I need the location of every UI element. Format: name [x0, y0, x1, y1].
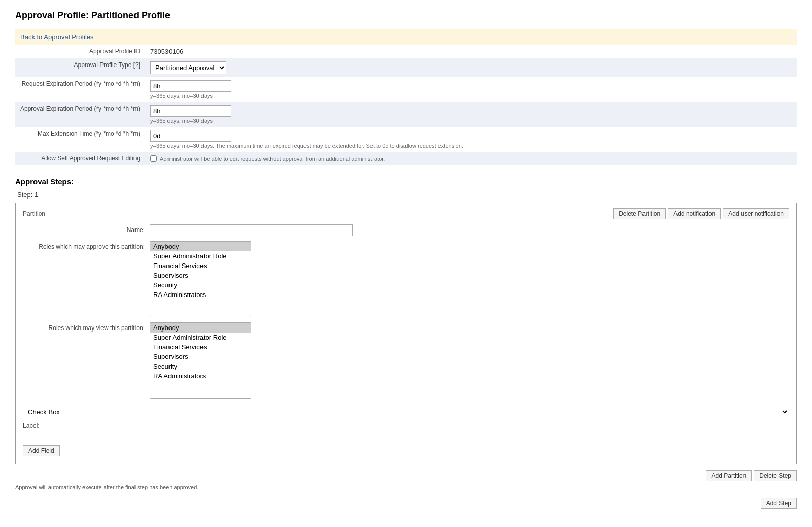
view-roles-label: Roles which may view this partition: [23, 322, 145, 332]
view-roles-listbox[interactable]: AnybodySuper Administrator RoleFinancial… [150, 322, 251, 399]
delete-step-button[interactable]: Delete Step [754, 470, 797, 481]
partition-header: Partition Delete Partition Add notificat… [23, 208, 789, 219]
max-ext-input[interactable] [150, 130, 231, 142]
self-approved-checkbox[interactable] [150, 155, 157, 162]
partition-title: Partition [23, 210, 45, 217]
max-ext-label: Max Extension Time (*y *mo *d *h *m) [15, 127, 145, 152]
profile-type-select[interactable]: Partitioned Approval [150, 61, 226, 74]
checkbox-field-section: Check Box Label: Add Field [23, 406, 789, 456]
approval-exp-hint: y=365 days, mo=30 days [150, 118, 792, 124]
profile-type-label: Approval Profile Type [?] [15, 58, 145, 77]
partition-form: Name: Roles which may approve this parti… [23, 224, 789, 399]
approve-roles-row: Roles which may approve this partition: … [23, 241, 789, 317]
partition-actions: Delete Partition Add notification Add us… [613, 208, 789, 219]
self-approved-hint: Administrator will be able to edit reque… [160, 156, 385, 162]
delete-partition-button[interactable]: Delete Partition [613, 208, 666, 219]
request-exp-label: Request Expiration Period (*y *mo *d *h … [15, 77, 145, 102]
page-title: Approval Profile: Partitioned Profile [15, 10, 797, 21]
add-field-button[interactable]: Add Field [23, 445, 60, 456]
add-notification-button[interactable]: Add notification [668, 208, 721, 219]
view-roles-row: Roles which may view this partition: Any… [23, 322, 789, 399]
partition-name-label: Name: [23, 224, 145, 234]
approval-exp-input[interactable] [150, 105, 231, 117]
request-exp-input[interactable] [150, 80, 231, 92]
partition-box: Partition Delete Partition Add notificat… [15, 203, 797, 464]
field-type-select[interactable]: Check Box [23, 406, 789, 418]
add-partition-button[interactable]: Add Partition [706, 470, 752, 481]
field-label-input[interactable] [23, 432, 114, 443]
add-step-row: Add Step [15, 498, 797, 509]
approve-roles-listbox[interactable]: AnybodySuper Administrator RoleFinancial… [150, 241, 251, 317]
add-step-button[interactable]: Add Step [761, 498, 797, 509]
partition-name-row: Name: [23, 224, 789, 236]
field-label-label: Label: [23, 422, 40, 430]
self-approved-label: Allow Self Approved Request Editing [15, 152, 145, 165]
bottom-actions: Add Partition Delete Step [15, 470, 797, 481]
profile-id-value: 730530106 [150, 48, 183, 55]
approval-steps-title: Approval Steps: [15, 177, 797, 186]
back-to-profiles-link[interactable]: Back to Approval Profiles [20, 33, 94, 41]
approve-roles-label: Roles which may approve this partition: [23, 241, 145, 250]
profile-id-label: Approval Profile ID [15, 45, 145, 58]
profile-table: Back to Approval Profiles Approval Profi… [15, 29, 797, 165]
partition-name-input[interactable] [150, 224, 353, 236]
approval-exp-label: Approval Expiration Period (*y *mo *d *h… [15, 102, 145, 127]
footer-note: Approval will automatically execute afte… [15, 484, 797, 490]
max-ext-hint: y=365 days, mo=30 days. The maximum time… [150, 143, 792, 149]
add-user-notification-button[interactable]: Add user notification [723, 208, 789, 219]
step-label: Step: 1 [15, 191, 797, 199]
request-exp-hint: y=365 days, mo=30 days [150, 93, 792, 99]
